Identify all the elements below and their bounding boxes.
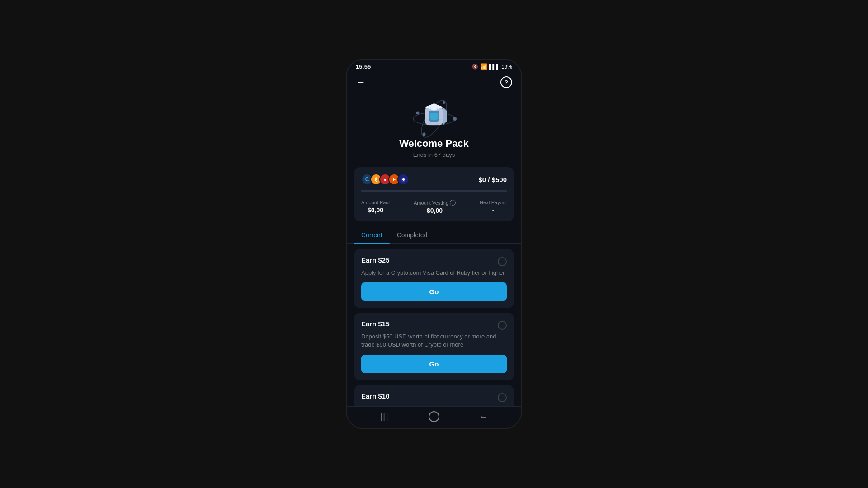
stat-amount-vesting: Amount Vesting i $0,00 bbox=[414, 200, 456, 214]
task-1-description: Apply for a Crypto.com Visa Card of Ruby… bbox=[361, 269, 507, 277]
content-area: Welcome Pack Ends in 67 days C ₿ ● F ⊞ $… bbox=[347, 93, 521, 406]
coin-extra: ⊞ bbox=[397, 174, 409, 185]
nav-menu-icon[interactable]: ||| bbox=[380, 412, 389, 422]
task-2-title: Earn $15 bbox=[361, 320, 390, 328]
task-card-earn-15: Earn $15 Deposit $50 USD worth of fiat c… bbox=[354, 313, 514, 380]
status-icons: 🔇 📶 ▌▌▌ 19% bbox=[472, 63, 512, 70]
task-3-header: Earn $10 bbox=[361, 392, 507, 402]
tasks-container: Earn $25 Apply for a Crypto.com Visa Car… bbox=[347, 249, 521, 406]
coin-icons: C ₿ ● F ⊞ bbox=[361, 174, 406, 185]
task-card-earn-25: Earn $25 Apply for a Crypto.com Visa Car… bbox=[354, 249, 514, 308]
status-bar: 15:55 🔇 📶 ▌▌▌ 19% bbox=[347, 60, 521, 74]
top-nav: ← ? bbox=[347, 74, 521, 93]
stat-next-payout: Next Payout - bbox=[480, 200, 507, 214]
task-1-title: Earn $25 bbox=[361, 256, 390, 264]
task-2-go-button[interactable]: Go bbox=[361, 355, 507, 373]
progress-card: C ₿ ● F ⊞ $0 / $500 Amount Paid $0,00 bbox=[354, 167, 514, 221]
tab-current[interactable]: Current bbox=[354, 227, 390, 243]
tab-completed[interactable]: Completed bbox=[390, 227, 435, 243]
nav-home-icon[interactable] bbox=[429, 411, 439, 422]
stat-vesting-value: $0,00 bbox=[427, 207, 443, 214]
svg-rect-14 bbox=[430, 113, 438, 120]
stat-vesting-label: Amount Vesting i bbox=[414, 200, 456, 206]
task-2-radio[interactable] bbox=[498, 321, 507, 330]
task-2-header: Earn $15 bbox=[361, 320, 507, 330]
progress-stats: Amount Paid $0,00 Amount Vesting i $0,00… bbox=[361, 200, 507, 214]
stat-payout-label: Next Payout bbox=[480, 200, 507, 205]
tabs-container: Current Completed bbox=[347, 227, 521, 244]
help-button[interactable]: ? bbox=[500, 76, 512, 88]
vesting-info-icon[interactable]: i bbox=[450, 200, 456, 206]
stat-paid-label: Amount Paid bbox=[361, 200, 390, 205]
task-1-radio[interactable] bbox=[498, 257, 507, 266]
task-3-title: Earn $10 bbox=[361, 392, 390, 400]
task-card-earn-10: Earn $10 Trade $100 worth of Crypto or m… bbox=[354, 385, 514, 406]
status-time: 15:55 bbox=[356, 63, 371, 70]
progress-header: C ₿ ● F ⊞ $0 / $500 bbox=[361, 174, 507, 185]
hero-title: Welcome Pack bbox=[399, 138, 469, 150]
signal-icon: ▌▌▌ bbox=[489, 64, 500, 70]
svg-point-2 bbox=[453, 117, 457, 121]
task-1-go-button[interactable]: Go bbox=[361, 282, 507, 301]
battery-text: 19% bbox=[501, 64, 512, 70]
svg-point-5 bbox=[423, 133, 426, 136]
bottom-nav: ||| ← bbox=[347, 406, 521, 428]
hero-section: Welcome Pack Ends in 67 days bbox=[347, 93, 521, 167]
progress-amount: $0 / $500 bbox=[478, 176, 507, 183]
svg-point-4 bbox=[443, 101, 445, 104]
phone-frame: 15:55 🔇 📶 ▌▌▌ 19% ← ? bbox=[346, 59, 522, 429]
progress-bar-background bbox=[361, 190, 507, 192]
task-1-header: Earn $25 bbox=[361, 256, 507, 266]
stat-amount-paid: Amount Paid $0,00 bbox=[361, 200, 390, 214]
stat-payout-value: - bbox=[492, 206, 495, 214]
mute-icon: 🔇 bbox=[472, 64, 478, 70]
back-button[interactable]: ← bbox=[356, 76, 366, 88]
nav-back-icon[interactable]: ← bbox=[479, 412, 488, 422]
svg-point-3 bbox=[416, 112, 420, 115]
task-3-radio[interactable] bbox=[498, 393, 507, 402]
wifi-icon: 📶 bbox=[480, 63, 487, 70]
task-2-description: Deposit $50 USD worth of fiat currency o… bbox=[361, 333, 507, 349]
stat-paid-value: $0,00 bbox=[368, 206, 383, 214]
welcome-pack-icon bbox=[411, 97, 457, 138]
hero-subtitle: Ends in 67 days bbox=[413, 151, 455, 158]
